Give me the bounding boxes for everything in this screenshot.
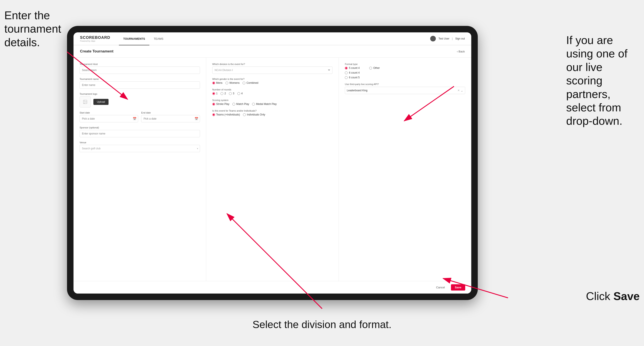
scoring-stroke-label: Stroke Play <box>216 103 229 106</box>
start-date-input[interactable] <box>80 115 138 122</box>
teams-plus-radio[interactable] <box>212 113 215 116</box>
end-date-label: End date <box>141 111 200 114</box>
nav-link-tournaments[interactable]: TOURNAMENTS <box>119 32 150 45</box>
teams-plus-label: Teams (+Individuals) <box>216 113 240 116</box>
rounds-3-radio[interactable] <box>229 92 232 95</box>
format-other-radio[interactable] <box>369 67 372 69</box>
gender-combined-radio[interactable] <box>242 82 245 84</box>
gender-womens-label: Womens <box>229 81 240 84</box>
rounds-2-label: 2 <box>224 92 226 95</box>
format-6count4[interactable]: 6 count 4 <box>345 71 360 74</box>
scoring-medal-label: Medal Match Play <box>256 103 276 106</box>
format-other[interactable]: Other <box>369 66 380 69</box>
annotation-bottomcenter: Select the division and format. <box>252 318 392 331</box>
rounds-4-radio[interactable] <box>237 92 240 95</box>
nav-link-teams[interactable]: TEAMS <box>150 32 168 45</box>
gender-mens-radio[interactable] <box>212 82 215 84</box>
sponsor-input[interactable] <box>80 130 200 137</box>
scoring-stroke[interactable]: Stroke Play <box>212 103 229 106</box>
rounds-3[interactable]: 3 <box>229 92 234 95</box>
rounds-group: Number of rounds 1 2 3 <box>212 88 333 95</box>
gender-mens[interactable]: Mens <box>212 81 222 84</box>
other-option-group: Other <box>365 66 380 69</box>
search-team-input[interactable] <box>80 66 200 74</box>
date-row: Start date 📅 End date 📅 <box>80 111 200 122</box>
format-6count5[interactable]: 6 count 5 <box>345 76 360 79</box>
user-name: Test User <box>438 37 450 40</box>
teams-radio-group: Teams (+Individuals) Individuals Only <box>212 113 333 116</box>
live-scoring-actions: × ⌄ <box>458 88 463 93</box>
live-scoring-group: Use third-party live scoring API? Leader… <box>345 83 465 94</box>
form-col-2: Which division is the event for? NCAA Di… <box>206 58 339 281</box>
venue-group: Venue Search golf club ▾ <box>80 141 200 152</box>
division-select[interactable]: NCAA Division I <box>212 66 333 74</box>
separator: | <box>452 37 453 40</box>
teams-individuals[interactable]: Individuals Only <box>243 113 265 116</box>
rounds-4-label: 4 <box>241 92 243 95</box>
rounds-4[interactable]: 4 <box>237 92 243 95</box>
click-save-prefix: Click <box>586 290 613 302</box>
division-group: Which division is the event for? NCAA Di… <box>212 63 333 74</box>
sign-out-link[interactable]: Sign out <box>455 37 465 40</box>
user-avatar <box>430 36 436 41</box>
end-date-group: End date 📅 <box>141 111 200 122</box>
scoring-label: Scoring system <box>212 99 333 101</box>
live-scoring-clear-icon[interactable]: × <box>458 88 460 92</box>
scoring-match-radio[interactable] <box>232 103 235 106</box>
format-5count4[interactable]: 5 count 4 <box>345 66 360 69</box>
gender-radio-group: Mens Womens Combined <box>212 81 333 84</box>
teams-plus[interactable]: Teams (+Individuals) <box>212 113 240 116</box>
rounds-label: Number of rounds <box>212 88 333 91</box>
sponsor-group: Sponsor (optional) <box>80 126 200 137</box>
start-date-group: Start date 📅 <box>80 111 138 122</box>
annotation-topright: If you are using one of our live scoring… <box>566 33 640 128</box>
tournament-name-group: Tournament name <box>80 78 200 89</box>
save-button[interactable]: Save <box>451 284 465 291</box>
gender-womens[interactable]: Womens <box>226 81 240 84</box>
upload-button[interactable]: Upload <box>94 99 108 105</box>
format-type-label: Format type <box>345 63 465 65</box>
scoring-match[interactable]: Match Play <box>232 103 249 106</box>
teams-individuals-radio[interactable] <box>243 113 246 116</box>
live-scoring-dropdown-icon[interactable]: ⌄ <box>460 88 463 93</box>
gender-group: Which gender is the event for? Mens Wome… <box>212 78 333 84</box>
format-other-label: Other <box>373 66 380 69</box>
gender-womens-radio[interactable] <box>226 82 228 84</box>
click-save-bold: Save <box>614 290 640 302</box>
scoring-group: Scoring system Stroke Play Match Play <box>212 99 333 106</box>
teams-individuals-label: Individuals Only <box>247 113 265 116</box>
navbar: SCOREBOARD Powered by clippi TOURNAMENTS… <box>74 32 471 45</box>
rounds-2-radio[interactable] <box>220 92 223 95</box>
tournament-name-input[interactable] <box>80 81 200 89</box>
scoring-medal-radio[interactable] <box>252 103 255 106</box>
format-6count5-radio[interactable] <box>345 76 348 79</box>
tournament-logo-group: Tournament logo Upload <box>80 93 200 108</box>
rounds-1[interactable]: 1 <box>212 92 218 95</box>
name-label: Tournament name <box>80 78 200 80</box>
start-calendar-icon: 📅 <box>133 117 136 120</box>
format-5count4-radio[interactable] <box>345 67 348 69</box>
end-date-wrap: 📅 <box>141 115 200 122</box>
venue-select[interactable]: Search golf club <box>80 145 200 152</box>
gender-mens-label: Mens <box>216 81 222 84</box>
end-date-input[interactable] <box>141 115 200 122</box>
end-calendar-icon: 📅 <box>194 117 198 120</box>
format-type-group: Format type 5 count 4 6 count 4 <box>345 63 465 79</box>
form-col-3: Format type 5 count 4 6 count 4 <box>339 58 471 281</box>
division-label: Which division is the event for? <box>212 63 333 65</box>
back-link[interactable]: Back <box>457 50 465 53</box>
form-footer: Cancel Save <box>74 281 471 294</box>
live-scoring-input-wrap[interactable]: Leaderboard King × ⌄ <box>345 87 465 94</box>
cancel-button[interactable]: Cancel <box>432 284 448 291</box>
rounds-1-label: 1 <box>216 92 218 95</box>
gender-combined-label: Combined <box>246 81 258 84</box>
live-scoring-label: Use third-party live scoring API? <box>345 83 465 85</box>
gender-combined[interactable]: Combined <box>242 81 258 84</box>
scoring-stroke-radio[interactable] <box>212 103 215 106</box>
rounds-2[interactable]: 2 <box>220 92 226 95</box>
host-label: Tournament Host <box>80 63 200 65</box>
rounds-1-radio[interactable] <box>212 92 215 95</box>
scoring-medal[interactable]: Medal Match Play <box>252 103 276 106</box>
format-6count4-radio[interactable] <box>345 71 348 74</box>
page-title: Create Tournament <box>80 49 114 53</box>
